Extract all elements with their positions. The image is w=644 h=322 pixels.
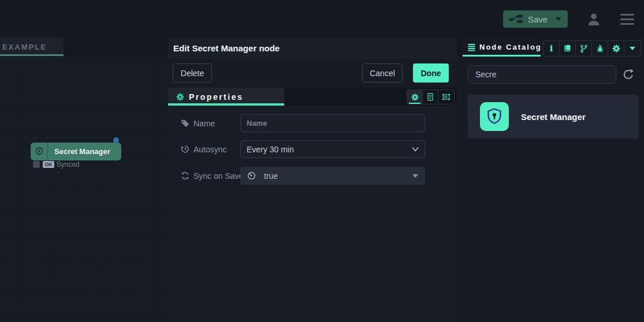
branch-icon: [580, 44, 588, 53]
gear-icon: [612, 44, 620, 53]
node-catalog-tab-underline: [463, 55, 541, 57]
sync-on-save-value: true: [264, 171, 278, 181]
info-icon: i: [550, 44, 553, 53]
save-button[interactable]: Save: [503, 10, 568, 28]
cancel-button[interactable]: Cancel: [362, 63, 403, 83]
refresh-icon[interactable]: [623, 69, 634, 80]
properties-tab-underline: [168, 103, 284, 106]
node-status-row: OK Synced: [33, 160, 80, 168]
sync-icon: [181, 171, 189, 180]
sync-on-save-field-row: Sync on Save true: [168, 167, 457, 185]
tab-node-catalog[interactable]: Node Catalog: [463, 38, 541, 57]
debug-button[interactable]: [592, 41, 608, 56]
done-button[interactable]: Done: [413, 63, 449, 83]
workspace-tab-label: EXAMPLE: [2, 43, 47, 51]
view-appearance-button[interactable]: [438, 90, 454, 104]
tag-icon: [181, 119, 189, 128]
secret-manager-node[interactable]: Secret Manager: [31, 143, 121, 160]
node-icon-box: [31, 143, 48, 160]
chevron-down-icon: [412, 147, 419, 152]
name-field-row: Name: [168, 114, 457, 132]
tab-properties[interactable]: Properties: [168, 88, 284, 106]
catalog-toolbar: i: [543, 40, 641, 57]
autosync-select[interactable]: Every 30 min: [240, 140, 425, 158]
hamburger-menu-icon[interactable]: [620, 14, 634, 25]
name-field-label: Name: [181, 114, 215, 132]
shield-icon: [486, 107, 502, 126]
sync-on-save-field-label: Sync on Save: [181, 167, 243, 185]
view-properties-button[interactable]: [407, 90, 423, 104]
list-icon: [467, 43, 476, 51]
node-catalog-panel: Node Catalog i: [463, 38, 644, 322]
edit-node-panel: Edit Secret Manager node Delete Cancel D…: [168, 38, 457, 322]
view-description-button[interactable]: [423, 90, 438, 104]
catalog-item-label: Secret Manager: [521, 95, 586, 138]
object-group-icon: [442, 93, 451, 101]
save-caret-down-icon: [556, 17, 561, 21]
settings-button[interactable]: [608, 41, 624, 56]
book-icon: [563, 44, 572, 53]
properties-tab-label: Properties: [189, 92, 243, 102]
edit-panel-title-bar: Edit Secret Manager node: [168, 38, 457, 59]
active-tab-underline: [0, 54, 64, 56]
sync-on-save-input[interactable]: true: [240, 167, 425, 185]
menu-bar: [620, 14, 634, 16]
boolean-type-icon: [247, 171, 256, 180]
node-status-badge: OK: [43, 161, 54, 168]
user-icon[interactable]: [586, 12, 601, 27]
gear-icon: [411, 93, 419, 101]
edit-panel-actions: Delete Cancel Done: [168, 59, 457, 88]
shield-icon: [35, 147, 43, 156]
history-icon: [181, 145, 189, 153]
catalog-search-input[interactable]: [468, 65, 616, 84]
autosync-value: Every 30 min: [247, 145, 294, 154]
catalog-item-secret-manager[interactable]: Secret Manager: [468, 95, 639, 138]
menu-bar: [620, 18, 634, 20]
gear-icon: [176, 93, 184, 101]
edit-panel-title: Edit Secret Manager node: [173, 43, 280, 53]
autosync-field-label: Autosync: [181, 140, 227, 158]
info-button[interactable]: i: [544, 41, 560, 56]
node-label: Secret Manager: [54, 147, 110, 156]
deploy-icon: [509, 14, 523, 24]
autosync-field-row: Autosync Every 30 min: [168, 140, 457, 158]
delete-button[interactable]: Delete: [173, 63, 212, 83]
caret-down-icon: [630, 47, 635, 50]
node-status-square-icon: [33, 161, 40, 168]
docs-button[interactable]: [560, 41, 576, 56]
properties-tab-bar: Properties: [168, 88, 457, 106]
menu-bar: [620, 23, 634, 25]
catalog-item-icon-tile: [480, 102, 509, 131]
bug-icon: [596, 44, 604, 53]
node-status-text: Synced: [57, 160, 80, 169]
caret-down-icon: [412, 174, 418, 178]
more-panels-button[interactable]: [624, 41, 641, 56]
editor-view-switcher: [407, 89, 455, 104]
node-port-dot[interactable]: [113, 137, 119, 143]
workspace-tab-example[interactable]: EXAMPLE: [0, 38, 64, 56]
document-icon: [426, 93, 434, 101]
name-input[interactable]: [240, 114, 425, 132]
save-button-label: Save: [528, 14, 548, 24]
top-header: Save: [0, 0, 644, 38]
node-catalog-tab-label: Node Catalog: [479, 43, 541, 51]
branch-button[interactable]: [576, 41, 592, 56]
